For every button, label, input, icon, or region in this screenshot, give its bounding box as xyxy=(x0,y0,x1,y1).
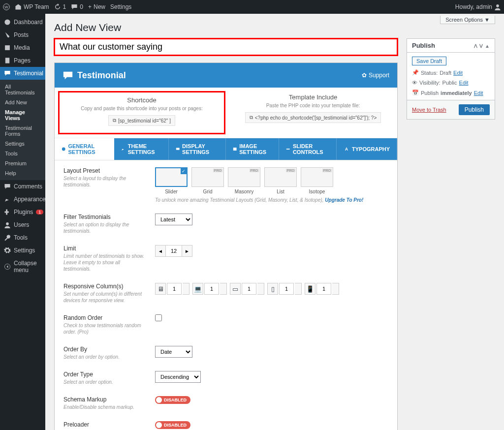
svg-point-14 xyxy=(234,148,235,149)
svg-rect-5 xyxy=(5,58,9,63)
svg-rect-15 xyxy=(286,149,290,150)
shortcode-desc: Copy and paste this shortcode into your … xyxy=(63,106,221,111)
col-mobile[interactable] xyxy=(316,283,331,295)
sub-premium[interactable]: Premium xyxy=(0,158,45,168)
random-checkbox[interactable] xyxy=(155,314,162,321)
template-title: Template Include xyxy=(234,93,392,101)
sidebar-item-media[interactable]: Media xyxy=(0,41,45,54)
filter-label: Filter Testimonials xyxy=(63,214,147,220)
layout-masonry[interactable]: Masonry xyxy=(228,167,260,194)
panel-toggle-icon[interactable]: ▲ xyxy=(485,43,490,49)
ordertype-label: Order Type xyxy=(63,371,147,378)
tab-theme[interactable]: THEME SETTINGS xyxy=(114,138,168,160)
tablet-icon: ▯ xyxy=(267,283,278,295)
limit-stepper[interactable]: ◄ ► xyxy=(155,245,192,257)
preloader-toggle[interactable]: DISABLED xyxy=(155,421,190,429)
svg-point-6 xyxy=(6,222,9,225)
sub-manage-views[interactable]: Manage Views xyxy=(0,107,45,123)
col-tablet[interactable] xyxy=(279,283,294,295)
svg-point-8 xyxy=(65,74,67,75)
support-link[interactable]: ✿ Support xyxy=(362,72,389,79)
plugins-badge: 1 xyxy=(36,210,43,215)
wp-logo-icon[interactable]: W xyxy=(3,3,10,10)
tab-typography[interactable]: ATYPOGRAPHY xyxy=(337,138,397,160)
layout-isotope[interactable]: Isotope xyxy=(301,167,333,194)
screen-options-toggle[interactable]: Screen Options ▼ xyxy=(440,16,495,24)
edit-schedule[interactable]: Edit xyxy=(474,90,483,96)
schema-toggle[interactable]: DISABLED xyxy=(155,396,190,404)
svg-rect-13 xyxy=(233,148,237,151)
svg-text:W: W xyxy=(4,5,8,9)
plugin-panel: Testimonial ✿ Support Shortcode Copy and… xyxy=(54,62,398,430)
panel-down-icon[interactable]: ᐯ xyxy=(479,43,483,49)
settings-tabs: GENERAL SETTINGS THEME SETTINGS DISPLAY … xyxy=(55,138,397,160)
layout-grid[interactable]: Grid xyxy=(191,167,224,194)
settings-link[interactable]: Settings xyxy=(110,3,131,10)
page-title: Add New View xyxy=(54,22,495,33)
sidebar-item-pages[interactable]: Pages xyxy=(0,54,45,67)
svg-rect-12 xyxy=(176,148,179,150)
sub-forms[interactable]: Testimonial Forms xyxy=(0,123,45,139)
shortcode-title: Shortcode xyxy=(63,96,221,104)
panel-up-icon[interactable]: ᐱ xyxy=(474,43,477,49)
filter-select[interactable]: Latest xyxy=(155,214,192,225)
sub-settings[interactable]: Settings xyxy=(0,139,45,149)
ordertype-select[interactable]: Descending xyxy=(155,371,201,383)
sub-tools[interactable]: Tools xyxy=(0,149,45,158)
col-tablet-l[interactable] xyxy=(242,283,256,295)
template-code[interactable]: ⧉ <?php echo do_shortcode('[sp_testimoni… xyxy=(245,112,381,123)
limit-value[interactable] xyxy=(166,245,182,257)
sidebar-item-appearance[interactable]: Appearance xyxy=(0,193,45,206)
copy-icon: ⧉ xyxy=(250,115,253,121)
upgrade-link[interactable]: Upgrade To Pro! xyxy=(325,197,363,203)
admin-sidebar: Dashboard Posts Media Pages Testimonial … xyxy=(0,14,45,430)
save-draft-button[interactable]: Save Draft xyxy=(412,57,446,65)
view-title-input[interactable] xyxy=(54,38,398,56)
sidebar-item-dashboard[interactable]: Dashboard xyxy=(0,16,45,29)
svg-rect-4 xyxy=(5,45,10,50)
sidebar-collapse[interactable]: Collapse menu xyxy=(0,257,45,276)
upgrade-note: To unlock more amazing Testimonial Layou… xyxy=(155,197,363,203)
tablet-l-icon: ▭ xyxy=(230,283,241,295)
limit-label: Limit xyxy=(63,245,147,252)
random-label: Random Order xyxy=(63,314,147,321)
sub-help[interactable]: Help xyxy=(0,168,45,178)
updates-link[interactable]: 1 xyxy=(54,3,66,10)
howdy-link[interactable]: Howdy, admin xyxy=(455,3,501,10)
sidebar-item-tools[interactable]: Tools xyxy=(0,231,45,244)
sub-addnew[interactable]: Add New xyxy=(0,97,45,107)
preloader-label: Preloader xyxy=(63,421,147,428)
copy-icon: ⧉ xyxy=(113,118,116,123)
responsive-label: Responsive Column(s) xyxy=(63,283,147,290)
plugin-header-title: Testimonial xyxy=(63,70,126,81)
orderby-select[interactable]: Date xyxy=(155,346,192,358)
edit-visibility[interactable]: Edit xyxy=(459,80,469,86)
col-desktop[interactable] xyxy=(167,283,182,295)
sidebar-item-plugins[interactable]: Plugins1 xyxy=(0,206,45,218)
site-link[interactable]: WP Team xyxy=(15,3,49,10)
layout-slider[interactable]: Slider xyxy=(155,167,188,194)
sub-all[interactable]: All Testimonials xyxy=(0,82,45,97)
sidebar-item-settings[interactable]: Settings xyxy=(0,244,45,257)
tab-display[interactable]: DISPLAY SETTINGS xyxy=(169,138,226,160)
limit-decrement[interactable]: ◄ xyxy=(155,245,166,257)
limit-increment[interactable]: ► xyxy=(182,245,192,257)
new-link[interactable]: + New xyxy=(88,3,105,10)
layout-list[interactable]: List xyxy=(264,167,297,194)
schema-label: Schema Markup xyxy=(63,396,147,403)
move-to-trash[interactable]: Move to Trash xyxy=(412,107,446,113)
sidebar-item-testimonial[interactable]: Testimonial xyxy=(0,67,45,80)
sidebar-item-comments[interactable]: Comments xyxy=(0,180,45,193)
tab-general[interactable]: GENERAL SETTINGS xyxy=(55,138,114,160)
comments-link[interactable]: 0 xyxy=(71,3,83,10)
tab-image[interactable]: IMAGE SETTINGS xyxy=(226,138,280,160)
svg-text:A: A xyxy=(345,147,348,152)
template-desc: Paste the PHP code into your template fi… xyxy=(234,103,392,108)
col-laptop[interactable] xyxy=(204,283,219,295)
sidebar-item-posts[interactable]: Posts xyxy=(0,29,45,41)
sidebar-item-users[interactable]: Users xyxy=(0,218,45,231)
edit-status[interactable]: Edit xyxy=(453,70,463,76)
publish-button[interactable]: Publish xyxy=(459,104,490,115)
tab-slider[interactable]: SLIDER CONTROLS xyxy=(279,138,337,160)
shortcode-code[interactable]: ⧉ [sp_testimonial id="62" ] xyxy=(108,115,175,126)
